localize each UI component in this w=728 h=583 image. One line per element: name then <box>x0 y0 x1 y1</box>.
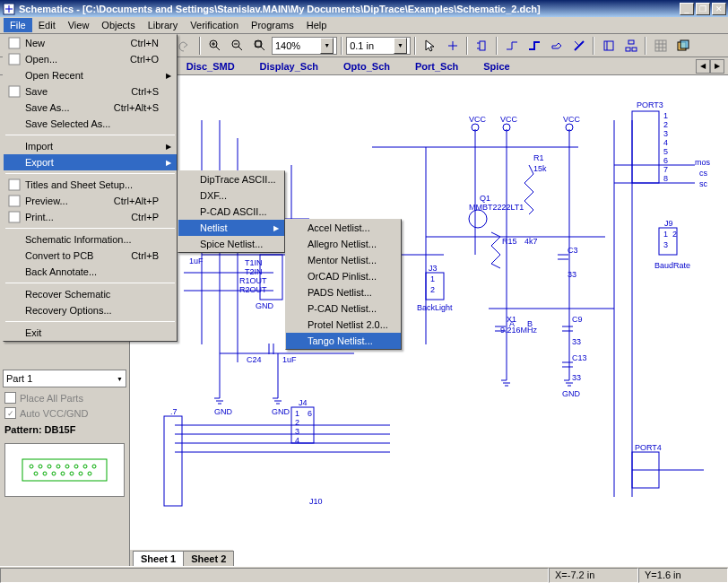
netlist-menu-accel-netlist-[interactable]: Accel Netlist... <box>286 220 401 236</box>
menu-item-label: Protel Netlist 2.0... <box>308 319 388 330</box>
menu-item-label: Spice Netlist... <box>200 239 263 249</box>
bus-icon[interactable] <box>524 36 544 56</box>
menu-programs[interactable]: Programs <box>245 18 300 32</box>
zoom-out-icon[interactable] <box>227 36 247 56</box>
export-menu-p-cad-ascii-[interactable]: P-CAD ASCII... <box>178 204 284 220</box>
lib-prev-button[interactable]: ◀ <box>696 59 710 74</box>
lib-item[interactable]: Spice <box>471 59 522 74</box>
svg-text:mos: mos <box>695 158 711 167</box>
grid-combo[interactable]: 0.1 in▼ <box>346 37 411 55</box>
svg-text:cs: cs <box>699 169 708 178</box>
file-menu-recover-schematic[interactable]: Recover Schematic <box>4 286 177 302</box>
layers-icon[interactable] <box>672 36 693 56</box>
menu-verification[interactable]: Verification <box>184 18 245 32</box>
zoom-window-icon[interactable] <box>249 36 270 56</box>
place-all-parts-checkbox[interactable]: Place All Parts <box>0 390 129 405</box>
svg-point-93 <box>469 210 487 228</box>
netlist-menu-protel-netlist-2-0-[interactable]: Protel Netlist 2.0... <box>286 317 401 333</box>
menu-item-label: Back Annotate... <box>25 266 97 277</box>
file-menu-print-[interactable]: Print...Ctrl+P <box>4 209 177 225</box>
file-menu-save-as-[interactable]: Save As...Ctrl+Alt+S <box>4 100 177 116</box>
file-menu-exit[interactable]: Exit <box>4 325 177 341</box>
pointer-icon[interactable] <box>420 36 440 56</box>
menu-library[interactable]: Library <box>142 18 185 32</box>
menu-shortcut: Ctrl+Alt+P <box>96 196 159 206</box>
svg-text:J3: J3 <box>429 264 438 273</box>
zoom-combo[interactable]: 140%▼ <box>272 37 337 55</box>
redo-icon[interactable] <box>175 36 195 56</box>
menu-item-label: New <box>25 38 45 48</box>
hierarchy-icon[interactable] <box>620 36 641 56</box>
save-icon <box>7 84 22 99</box>
export-submenu: DipTrace ASCII...DXF...P-CAD ASCII...Net… <box>178 170 285 253</box>
export-menu-dxf-[interactable]: DXF... <box>178 187 284 204</box>
menu-edit[interactable]: Edit <box>32 18 62 32</box>
svg-text:33: 33 <box>572 373 581 382</box>
chevron-down-icon[interactable]: ▼ <box>320 38 334 54</box>
file-menu-convert-to-pcb[interactable]: Convert to PCBCtrl+B <box>4 248 177 264</box>
file-menu-open-[interactable]: Open...Ctrl+O <box>4 51 177 67</box>
svg-rect-40 <box>680 40 689 48</box>
wire-icon[interactable] <box>501 36 522 56</box>
maximize-button[interactable]: ❐ <box>696 3 710 15</box>
menu-help[interactable]: Help <box>300 18 334 32</box>
schematic-canvas[interactable]: VCC VCC VCC C2+ C2- 1uF 1uF T1IN T2IN R1… <box>130 75 728 566</box>
menu-item-label: Import <box>25 141 53 152</box>
file-menu-new[interactable]: NewCtrl+N <box>4 35 177 51</box>
file-menu-save-selected-as-[interactable]: Save Selected As... <box>4 116 177 132</box>
file-menu-import[interactable]: Import▶ <box>4 138 177 154</box>
sheet-tab-1[interactable]: Sheet 1 <box>133 551 184 566</box>
svg-text:4k7: 4k7 <box>524 237 538 246</box>
svg-point-54 <box>70 472 74 475</box>
netlist-submenu: Accel Netlist...Allegro Netlist...Mentor… <box>285 219 402 350</box>
netlist-menu-p-cad-netlist-[interactable]: P-CAD Netlist... <box>286 300 401 317</box>
part-icon[interactable] <box>598 36 619 56</box>
svg-text:3: 3 <box>295 427 299 436</box>
export-menu-spice-netlist-[interactable]: Spice Netlist... <box>178 236 284 252</box>
menu-view[interactable]: View <box>62 18 96 32</box>
file-menu-preview-[interactable]: Preview...Ctrl+Alt+P <box>4 193 177 209</box>
svg-text:R15: R15 <box>502 237 517 246</box>
net-port-icon[interactable] <box>546 36 567 56</box>
netlist-menu-tango-netlist-[interactable]: Tango Netlist... <box>286 333 401 349</box>
export-menu-diptrace-ascii-[interactable]: DipTrace ASCII... <box>178 171 284 187</box>
lib-item[interactable]: Display_Sch <box>247 59 331 74</box>
file-menu-recovery-options-[interactable]: Recovery Options... <box>4 302 177 318</box>
file-menu-schematic-information-[interactable]: Schematic Information... <box>4 231 177 248</box>
menu-item-label: Preview... <box>25 196 68 206</box>
zoom-in-icon[interactable] <box>204 36 225 56</box>
file-menu-open-recent[interactable]: Open Recent▶ <box>4 67 177 83</box>
file-menu-titles-and-sheet-setup-[interactable]: Titles and Sheet Setup... <box>4 177 177 193</box>
grid-icon[interactable] <box>650 36 671 56</box>
sheet-tab-2[interactable]: Sheet 2 <box>183 551 234 566</box>
lib-item[interactable]: Disc_SMD <box>174 59 247 74</box>
netlist-menu-allegro-netlist-[interactable]: Allegro Netlist... <box>286 236 401 252</box>
bus-conn-icon[interactable] <box>568 36 589 56</box>
part-combo[interactable]: Part 1 ▼ <box>3 370 126 387</box>
lib-item[interactable]: Opto_Sch <box>331 59 403 74</box>
file-menu-save[interactable]: SaveCtrl+S <box>4 83 177 100</box>
menu-objects[interactable]: Objects <box>95 18 141 32</box>
component-icon[interactable] <box>472 36 492 56</box>
netlist-menu-orcad-pinlist-[interactable]: OrCAD Pinlist... <box>286 268 401 284</box>
menu-item-label: P-CAD Netlist... <box>308 303 377 314</box>
svg-rect-160 <box>9 196 20 206</box>
close-button[interactable]: ✕ <box>712 3 726 15</box>
file-menu-export[interactable]: Export▶ <box>4 154 177 170</box>
svg-text:BaudRate: BaudRate <box>654 261 690 270</box>
lib-item[interactable]: Port_Sch <box>403 59 471 74</box>
file-menu-back-annotate-[interactable]: Back Annotate... <box>4 264 177 280</box>
netlist-menu-mentor-netlist-[interactable]: Mentor Netlist... <box>286 252 401 268</box>
chevron-down-icon[interactable]: ▼ <box>394 38 407 54</box>
auto-vcc-gnd-checkbox[interactable]: ✓ Auto VCC/GND <box>0 405 129 421</box>
svg-point-45 <box>56 465 60 468</box>
lib-next-button[interactable]: ▶ <box>710 59 724 74</box>
menu-file[interactable]: File <box>4 18 32 32</box>
menu-item-label: Exit <box>25 327 41 338</box>
netlist-menu-pads-netlist-[interactable]: PADS Netlist... <box>286 284 401 300</box>
submenu-arrow-icon: ▶ <box>166 143 171 151</box>
plus-icon[interactable] <box>442 36 463 56</box>
minimize-button[interactable]: _ <box>680 3 694 15</box>
export-menu-netlist[interactable]: Netlist▶ <box>178 220 284 236</box>
svg-text:33: 33 <box>572 337 581 346</box>
